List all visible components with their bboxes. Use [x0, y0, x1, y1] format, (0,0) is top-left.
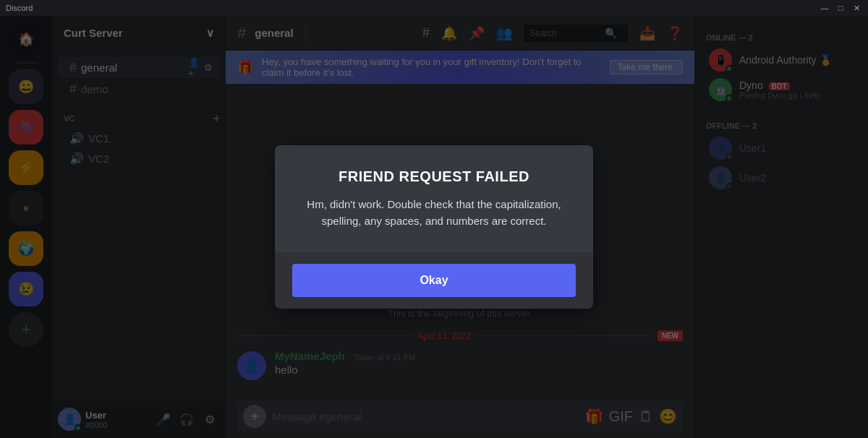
- app-title: Discord: [6, 4, 33, 12]
- maximize-button[interactable]: □: [835, 2, 846, 14]
- modal-footer: Okay: [275, 252, 593, 309]
- modal-ok-button[interactable]: Okay: [292, 264, 576, 297]
- modal-body: FRIEND REQUEST FAILED Hm, didn't work. D…: [275, 145, 593, 252]
- close-button[interactable]: ✕: [851, 2, 862, 14]
- modal-description: Hm, didn't work. Double check that the c…: [292, 197, 576, 229]
- minimize-button[interactable]: —: [819, 2, 830, 14]
- window-controls: — □ ✕: [819, 2, 862, 14]
- modal-title: FRIEND REQUEST FAILED: [292, 168, 576, 185]
- titlebar: Discord — □ ✕: [0, 0, 868, 16]
- modal-overlay: FRIEND REQUEST FAILED Hm, didn't work. D…: [0, 16, 868, 438]
- friend-request-failed-modal: FRIEND REQUEST FAILED Hm, didn't work. D…: [275, 145, 593, 309]
